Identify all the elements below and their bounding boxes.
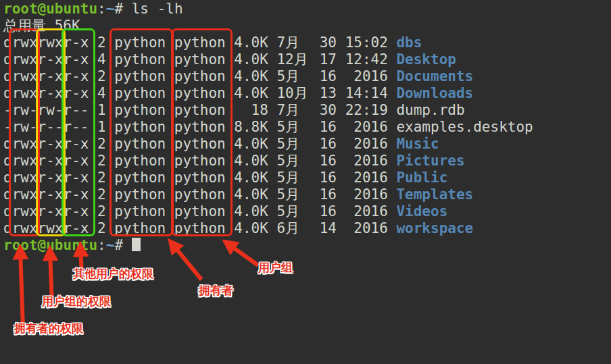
prompt-path: ~ [106, 237, 115, 253]
file-time: 2016 [337, 68, 388, 85]
file-month: 6月 [276, 220, 311, 237]
file-name: dbs [396, 34, 422, 51]
file-name: dump.rdb [396, 102, 464, 119]
file-name: Documents [396, 68, 473, 85]
file-month: 5月 [276, 203, 311, 220]
file-day: 16 [311, 186, 337, 203]
file-day: 30 [311, 102, 337, 119]
space [123, 1, 132, 17]
file-time: 2016 [337, 153, 388, 170]
file-time: 12:42 [337, 51, 388, 68]
file-day: 16 [311, 136, 337, 153]
prompt-symbol: # [114, 237, 123, 253]
file-day: 17 [311, 51, 337, 68]
label-other-permissions: 其他用户的权限 [73, 267, 153, 280]
file-month: 5月 [276, 186, 311, 203]
owner-column-box [109, 28, 173, 236]
file-name: Pictures [396, 153, 464, 170]
file-time: 22:19 [337, 102, 388, 119]
file-name: Templates [396, 186, 473, 203]
file-month: 7月 [276, 34, 311, 51]
prompt-line: root@ubuntu:~# ls -lh [3, 1, 611, 18]
file-name: Desktop [396, 51, 456, 68]
prompt-line-bottom: root@ubuntu:~# [3, 237, 611, 254]
prompt-symbol: # [114, 1, 123, 17]
file-day: 16 [311, 119, 337, 136]
file-time: 15:02 [337, 34, 388, 51]
file-month: 5月 [276, 170, 311, 186]
label-owner-permissions: 拥有者的权限 [14, 322, 83, 335]
file-time: 14:14 [337, 85, 388, 102]
label-group: 用户组 [258, 261, 293, 274]
prompt-path: ~ [106, 1, 115, 17]
file-time: 2016 [337, 186, 388, 203]
file-day: 16 [311, 170, 337, 186]
file-time: 2016 [337, 119, 388, 136]
group-column-box [172, 28, 233, 236]
file-time: 2016 [337, 170, 388, 186]
file-day: 16 [311, 203, 337, 220]
file-name: Public [396, 170, 447, 186]
file-month: 5月 [276, 136, 311, 153]
prompt-user-host: root@ubuntu [3, 237, 97, 253]
file-name: workspace [396, 220, 473, 237]
file-name: Downloads [396, 85, 473, 102]
file-day: 16 [311, 153, 337, 170]
file-day: 13 [311, 85, 337, 102]
file-day: 30 [311, 34, 337, 51]
prompt-separator: : [97, 237, 106, 253]
other-permissions-box [62, 28, 95, 236]
file-name: Music [396, 136, 439, 153]
prompt-user-host: root@ubuntu [3, 1, 97, 17]
file-month: 12月 [276, 51, 311, 68]
file-month: 10月 [276, 85, 311, 102]
file-month: 7月 [276, 102, 311, 119]
file-month: 5月 [276, 153, 311, 170]
file-time: 2016 [337, 203, 388, 220]
prompt-separator: : [97, 1, 106, 17]
file-time: 2016 [337, 136, 388, 153]
file-day: 14 [311, 220, 337, 237]
file-name: Videos [396, 203, 447, 220]
command-text: ls -lh [132, 1, 183, 17]
file-name: examples.desktop [396, 119, 533, 136]
label-group-permissions: 用户组的权限 [42, 295, 111, 308]
file-month: 5月 [276, 119, 311, 136]
label-owner: 拥有者 [199, 284, 233, 297]
file-day: 16 [311, 68, 337, 85]
terminal-cursor [132, 238, 141, 251]
file-time: 2016 [337, 220, 388, 237]
file-month: 5月 [276, 68, 311, 85]
